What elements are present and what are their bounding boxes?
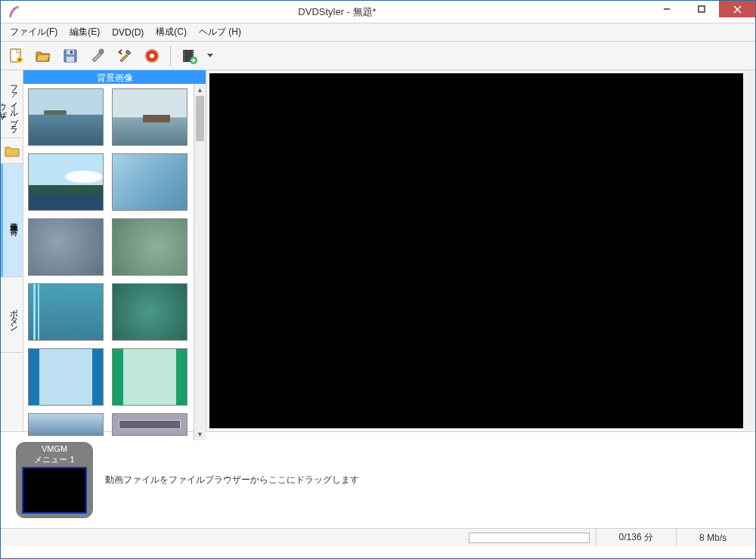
svg-rect-24 [192, 53, 194, 54]
background-thumb[interactable] [112, 348, 187, 406]
svg-rect-18 [184, 51, 185, 52]
settings-button[interactable] [87, 45, 108, 66]
main-body: ファイルブラウザー 背景画像 ボタン 背景画像 [1, 70, 755, 431]
timeline-drop-hint: 動画ファイルをファイルブラウザーからここにドラッグします [105, 474, 359, 486]
add-video-button[interactable] [178, 45, 200, 66]
menu-edit[interactable]: 編集(E) [65, 24, 104, 40]
background-thumb[interactable] [112, 413, 187, 436]
menu-dvd[interactable]: DVD(D) [107, 26, 148, 39]
scroll-down-icon[interactable]: ▼ [194, 428, 206, 440]
svg-rect-20 [184, 55, 185, 57]
svg-rect-25 [192, 55, 194, 57]
svg-rect-21 [184, 57, 185, 59]
menu-preview [249, 85, 703, 417]
thumbnail-grid [23, 84, 194, 440]
vmgm-tile[interactable]: VMGM メニュー 1 [16, 442, 93, 518]
tab-backgrounds[interactable]: 背景画像 [1, 164, 23, 277]
svg-rect-2 [699, 6, 705, 12]
window-title: DVDStyler - 無題* [25, 5, 649, 19]
svg-rect-10 [70, 51, 73, 54]
vmgm-label: VMGM [42, 444, 67, 453]
open-project-button[interactable] [33, 45, 54, 66]
window-controls [649, 1, 755, 23]
tab-buttons[interactable]: ボタン [1, 277, 23, 353]
vmgm-menu-label: メニュー 1 [19, 454, 90, 465]
side-tab-strip: ファイルブラウザー 背景画像 ボタン [1, 70, 23, 431]
menu-help[interactable]: ヘルプ (H) [194, 24, 246, 40]
svg-rect-0 [16, 6, 19, 8]
thumbnail-scrollbar[interactable]: ▲ ▼ [194, 84, 206, 440]
background-thumb[interactable] [28, 88, 104, 146]
menu-config[interactable]: 構成(C) [151, 24, 191, 40]
preview-canvas[interactable] [209, 73, 743, 428]
background-thumb[interactable] [28, 413, 104, 436]
tab-folder-icon[interactable] [1, 138, 23, 164]
background-thumb[interactable] [28, 283, 104, 341]
minimize-button[interactable] [649, 1, 684, 17]
svg-rect-22 [184, 60, 185, 61]
toolbar [1, 42, 755, 70]
background-thumb[interactable] [28, 218, 104, 276]
background-thumb[interactable] [28, 348, 104, 406]
timeline-panel: VMGM メニュー 1 動画ファイルをファイルブラウザーからここにドラッグします [1, 431, 755, 528]
preview-area [206, 70, 755, 431]
background-thumb[interactable] [112, 283, 187, 341]
scroll-up-icon[interactable]: ▲ [194, 84, 206, 96]
background-thumb[interactable] [112, 218, 187, 276]
svg-point-11 [99, 49, 104, 54]
maximize-button[interactable] [684, 1, 719, 17]
new-project-button[interactable] [5, 45, 26, 66]
menu-bar: ファイル(F) 編集(E) DVD(D) 構成(C) ヘルプ (H) [1, 23, 755, 42]
app-icon [4, 2, 25, 23]
svg-rect-19 [184, 53, 185, 54]
toolbar-separator [170, 46, 171, 66]
menu-file[interactable]: ファイル(F) [5, 24, 62, 40]
svg-rect-9 [67, 57, 74, 62]
backgrounds-panel: 背景画像 ▲ ▼ [23, 70, 206, 431]
add-video-dropdown[interactable] [206, 54, 215, 58]
svg-rect-23 [192, 51, 194, 52]
thumbnail-scroll-area: ▲ ▼ [23, 84, 206, 440]
close-button[interactable] [719, 1, 755, 17]
tab-file-browser[interactable]: ファイルブラウザー [1, 70, 23, 138]
burn-disc-button[interactable] [141, 45, 163, 66]
status-duration: 0/136 分 [596, 529, 676, 546]
status-bitrate: 8 Mb/s [676, 529, 749, 546]
status-bar: 0/136 分 8 Mb/s [1, 528, 755, 546]
backgrounds-panel-header: 背景画像 [23, 70, 206, 84]
save-project-button[interactable] [60, 45, 81, 66]
preview-scrollbar[interactable] [743, 70, 755, 431]
scrollbar-thumb[interactable] [196, 96, 204, 141]
title-bar: DVDStyler - 無題* [1, 1, 755, 23]
background-thumb[interactable] [112, 153, 187, 211]
vmgm-thumbnail[interactable] [22, 467, 87, 514]
svg-point-13 [150, 54, 154, 58]
background-thumb[interactable] [112, 88, 187, 146]
tools-button[interactable] [114, 45, 135, 66]
background-thumb[interactable] [28, 153, 104, 211]
disc-usage-meter [469, 533, 590, 543]
